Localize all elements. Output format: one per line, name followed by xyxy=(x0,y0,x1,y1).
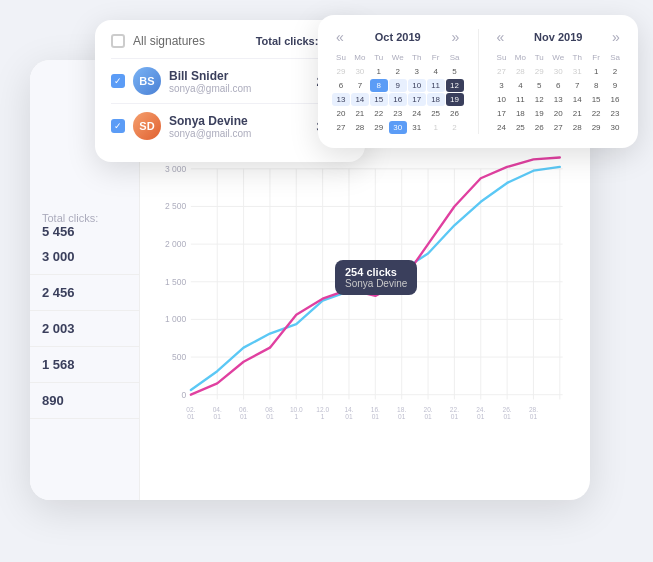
cal-next-nov[interactable]: » xyxy=(608,29,624,45)
svg-text:08.: 08. xyxy=(265,406,274,413)
svg-text:1 500: 1 500 xyxy=(165,277,186,287)
sidebar-item-1: 2 456 xyxy=(30,275,139,311)
svg-text:1 000: 1 000 xyxy=(165,314,186,324)
svg-text:01: 01 xyxy=(424,413,432,420)
checkbox-all[interactable] xyxy=(111,34,125,48)
sidebar-total-value: 5 456 xyxy=(42,224,75,239)
svg-text:01: 01 xyxy=(240,413,248,420)
cal-prev-oct[interactable]: « xyxy=(332,29,348,45)
svg-text:04.: 04. xyxy=(213,406,222,413)
calendar-oct: « Oct 2019 » Su Mo Tu We Th Fr Sa 29 30 … xyxy=(332,29,464,134)
svg-text:01: 01 xyxy=(372,413,380,420)
cal-grid-oct: Su Mo Tu We Th Fr Sa 29 30 1 2 3 4 5 6 7… xyxy=(332,51,464,134)
calendar-divider xyxy=(478,29,479,134)
svg-text:3 000: 3 000 xyxy=(165,164,186,174)
sig-info-sonya: Sonya Devine sonya@gmail.com xyxy=(169,114,308,139)
svg-text:22.: 22. xyxy=(450,406,459,413)
sig-row-sonya: SD Sonya Devine sonya@gmail.com 3 000 xyxy=(111,103,349,148)
svg-text:01: 01 xyxy=(503,413,511,420)
cal-title-nov: Nov 2019 xyxy=(534,31,582,43)
sig-row-bill: BS Bill Snider sonya@gmail.com 2 456 xyxy=(111,58,349,103)
svg-text:2 500: 2 500 xyxy=(165,201,186,211)
svg-text:18.: 18. xyxy=(397,406,406,413)
sig-checkbox-sonya[interactable] xyxy=(111,119,125,133)
sig-name-bill: Bill Snider xyxy=(169,69,308,83)
svg-text:10.0: 10.0 xyxy=(290,406,303,413)
chart-area: 3 000 2 500 2 000 1 500 1 000 500 0 02. … xyxy=(140,140,590,500)
avatar-sonya: SD xyxy=(133,112,161,140)
sidebar-item-3: 1 568 xyxy=(30,347,139,383)
svg-text:01: 01 xyxy=(345,413,353,420)
svg-text:20.: 20. xyxy=(423,406,432,413)
svg-text:01: 01 xyxy=(477,413,485,420)
svg-text:24.: 24. xyxy=(476,406,485,413)
calendar-card: « Oct 2019 » Su Mo Tu We Th Fr Sa 29 30 … xyxy=(318,15,638,148)
cal-grid-nov: Su Mo Tu We Th Fr Sa 27 28 29 30 31 1 2 … xyxy=(493,51,625,134)
svg-text:12.0: 12.0 xyxy=(316,406,329,413)
svg-text:0: 0 xyxy=(181,390,186,400)
svg-text:26.: 26. xyxy=(503,406,512,413)
svg-text:1: 1 xyxy=(294,413,298,420)
svg-text:06.: 06. xyxy=(239,406,248,413)
svg-text:01: 01 xyxy=(451,413,459,420)
svg-text:28.: 28. xyxy=(529,406,538,413)
svg-text:02.: 02. xyxy=(186,406,195,413)
svg-text:16.: 16. xyxy=(371,406,380,413)
cal-header-nov: « Nov 2019 » xyxy=(493,29,625,45)
calendar-nov: « Nov 2019 » Su Mo Tu We Th Fr Sa 27 28 … xyxy=(493,29,625,134)
svg-text:01: 01 xyxy=(266,413,274,420)
avatar-bill: BS xyxy=(133,67,161,95)
svg-text:01: 01 xyxy=(214,413,222,420)
svg-text:2 000: 2 000 xyxy=(165,239,186,249)
svg-text:1: 1 xyxy=(321,413,325,420)
sidebar-item-2: 2 003 xyxy=(30,311,139,347)
sig-title-label: All signatures xyxy=(133,34,205,48)
chart-svg: 3 000 2 500 2 000 1 500 1 000 500 0 02. … xyxy=(155,150,575,470)
cal-title-oct: Oct 2019 xyxy=(375,31,421,43)
svg-text:01: 01 xyxy=(398,413,406,420)
cal-prev-nov[interactable]: « xyxy=(493,29,509,45)
svg-text:14.: 14. xyxy=(344,406,353,413)
sig-email-sonya: sonya@gmail.com xyxy=(169,128,308,139)
cal-next-oct[interactable]: » xyxy=(448,29,464,45)
sig-name-sonya: Sonya Devine xyxy=(169,114,308,128)
sig-checkbox-bill[interactable] xyxy=(111,74,125,88)
sig-email-bill: sonya@gmail.com xyxy=(169,83,308,94)
sidebar-item-0: 3 000 xyxy=(30,239,139,275)
sig-header: All signatures Total clicks: 5 456 xyxy=(111,34,349,48)
svg-text:500: 500 xyxy=(172,352,186,362)
svg-text:01: 01 xyxy=(187,413,195,420)
sidebar-total-label: Total clicks: 5 456 xyxy=(30,200,139,239)
sig-title-row: All signatures xyxy=(111,34,205,48)
sidebar-item-4: 890 xyxy=(30,383,139,419)
tooltip-dot xyxy=(344,285,353,294)
sig-info-bill: Bill Snider sonya@gmail.com xyxy=(169,69,308,94)
cal-header-oct: « Oct 2019 » xyxy=(332,29,464,45)
svg-text:01: 01 xyxy=(530,413,538,420)
